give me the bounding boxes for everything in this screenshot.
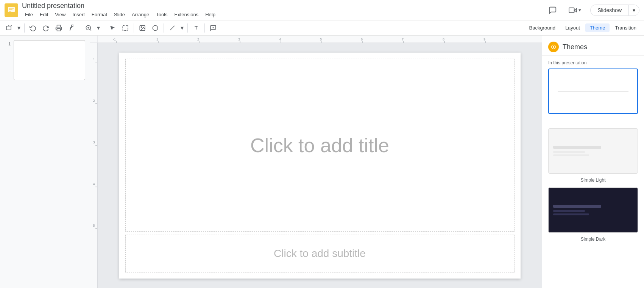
menu-tools[interactable]: Tools (153, 11, 170, 18)
menu-edit[interactable]: Edit (37, 11, 51, 18)
image-button[interactable] (136, 22, 148, 34)
svg-point-55 (553, 46, 554, 48)
text-box-button[interactable]: T (190, 22, 202, 34)
select-box-button[interactable] (119, 22, 131, 34)
svg-text:4: 4 (93, 182, 95, 186)
toolbar-sep-1 (24, 23, 25, 33)
menu-insert[interactable]: Insert (69, 11, 88, 18)
app-logo (5, 3, 18, 17)
svg-text:2: 2 (93, 99, 95, 103)
menu-file[interactable]: File (22, 11, 36, 18)
ruler-vertical: 1 2 3 4 5 (90, 43, 98, 288)
menu-bar: File Edit View Insert Format Slide Arran… (22, 11, 542, 18)
new-slide-button[interactable] (3, 22, 15, 34)
transition-button[interactable]: Transition (610, 23, 641, 32)
theme-label-simple-dark: Simple Dark (542, 236, 644, 246)
slideshow-button-group: Slideshow ▾ (590, 5, 639, 16)
theme-label-simple-light: Simple Light (542, 177, 644, 187)
undo-button[interactable] (27, 22, 39, 34)
theme-button[interactable]: Theme (585, 23, 610, 32)
zoom-button[interactable] (83, 22, 95, 34)
svg-rect-5 (569, 8, 574, 12)
menu-format[interactable]: Format (89, 11, 110, 18)
add-comment-button[interactable] (207, 22, 219, 34)
svg-text:1: 1 (156, 37, 158, 41)
layout-button[interactable]: Layout (561, 23, 585, 32)
svg-rect-10 (57, 28, 61, 31)
background-button[interactable]: Background (524, 23, 560, 32)
zoom-dropdown-button[interactable]: ▾ (95, 22, 101, 34)
print-button[interactable] (53, 22, 65, 34)
ruler-v-and-content: 1 2 3 4 5 Click to add title (90, 43, 542, 288)
slideshow-dropdown-button[interactable]: ▾ (628, 5, 639, 16)
svg-text:5: 5 (93, 224, 95, 227)
video-call-button[interactable]: ▾ (564, 4, 586, 17)
main-layout: 1 -1 1 2 3 4 5 6 (0, 36, 644, 288)
svg-point-18 (141, 26, 142, 27)
slide-number-1: 1 (5, 42, 11, 46)
menu-help[interactable]: Help (202, 11, 218, 18)
redo-button[interactable] (40, 22, 52, 34)
slide-1-wrapper[interactable]: 1 (3, 39, 87, 82)
slide-subtitle-area[interactable]: Click to add subtitle (125, 235, 515, 272)
svg-text:9: 9 (483, 37, 485, 41)
svg-rect-3 (9, 11, 11, 12)
comments-button[interactable] (546, 3, 560, 17)
svg-text:-1: -1 (113, 37, 116, 41)
shape-button[interactable] (149, 22, 161, 34)
slideshow-button[interactable]: Slideshow (590, 5, 628, 16)
title-area: Untitled presentation File Edit View Ins… (22, 2, 542, 18)
slide-title-placeholder: Click to add title (250, 134, 389, 157)
svg-text:6: 6 (361, 37, 363, 41)
svg-rect-2 (9, 9, 12, 10)
slide-subtitle-placeholder: Click to add subtitle (274, 248, 366, 260)
header-right: ▾ Slideshow ▾ (546, 3, 639, 17)
themes-panel-header: Themes (542, 36, 644, 56)
toolbar-sep-3 (104, 23, 104, 33)
themes-section-label: In this presentation (542, 56, 644, 68)
svg-text:7: 7 (402, 37, 404, 41)
slides-panel: 1 (0, 36, 90, 288)
toolbar-right: Background Layout Theme Transition (524, 23, 641, 32)
menu-arrange[interactable]: Arrange (129, 11, 152, 18)
svg-text:3: 3 (238, 37, 240, 41)
svg-text:8: 8 (443, 37, 444, 41)
svg-line-20 (170, 26, 175, 30)
svg-rect-6 (6, 26, 11, 30)
svg-point-19 (153, 25, 158, 31)
select-button[interactable] (106, 22, 119, 34)
slide-title-area[interactable]: Click to add title (125, 59, 515, 231)
line-button[interactable] (166, 22, 178, 34)
theme-preview-simple-light[interactable] (548, 128, 638, 174)
svg-marker-4 (574, 8, 577, 12)
slide-canvas-container[interactable]: Click to add title Click to add subtitle (98, 43, 542, 288)
themes-panel-title: Themes (563, 43, 587, 51)
line-dropdown-button[interactable]: ▾ (179, 22, 185, 34)
new-slide-dropdown-button[interactable]: ▾ (16, 22, 22, 34)
svg-text:4: 4 (279, 37, 281, 41)
svg-text:1: 1 (93, 57, 95, 61)
paint-format-button[interactable] (65, 22, 78, 34)
svg-rect-1 (9, 8, 14, 9)
slide-canvas[interactable]: Click to add title Click to add subtitle (119, 53, 521, 278)
themes-panel-icon (548, 42, 559, 52)
menu-slide[interactable]: Slide (111, 11, 128, 18)
toolbar-sep-5 (164, 23, 164, 33)
presentation-title[interactable]: Untitled presentation (22, 2, 542, 10)
ruler-horizontal: -1 1 2 3 4 5 6 7 8 9 (90, 36, 542, 43)
theme-preview-simple-dark[interactable] (548, 187, 638, 233)
svg-text:2: 2 (197, 37, 199, 41)
theme-label-blank (542, 117, 644, 122)
slide-thumbnail-1[interactable] (14, 40, 85, 80)
menu-view[interactable]: View (52, 11, 69, 18)
canvas-area: -1 1 2 3 4 5 6 7 8 9 (90, 36, 542, 288)
svg-rect-16 (123, 25, 128, 31)
toolbar-sep-4 (134, 23, 134, 33)
theme-preview-blank[interactable] (548, 68, 638, 114)
themes-panel: Themes In this presentation Simple Light… (542, 36, 644, 288)
title-bar: Untitled presentation File Edit View Ins… (0, 0, 644, 20)
toolbar-sep-2 (80, 23, 80, 33)
toolbar-sep-7 (204, 23, 205, 33)
menu-extensions[interactable]: Extensions (172, 11, 202, 18)
svg-line-13 (90, 29, 91, 30)
